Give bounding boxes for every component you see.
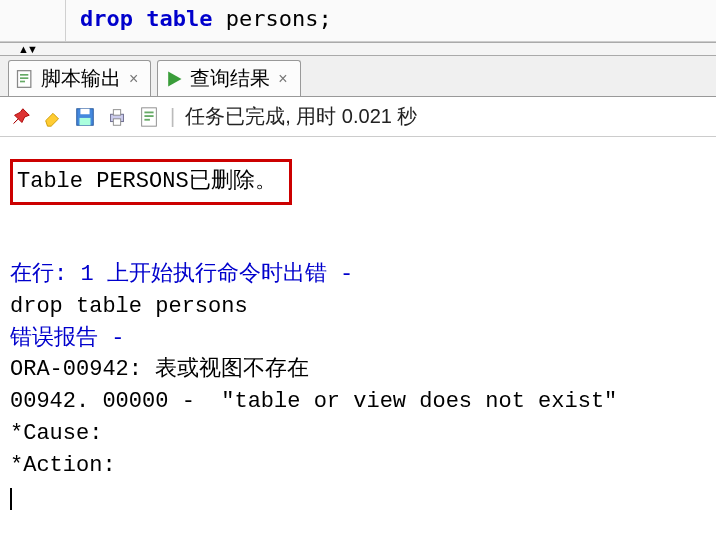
tab-label: 查询结果 — [190, 65, 270, 92]
svg-rect-10 — [113, 118, 120, 124]
text-cursor — [10, 488, 12, 510]
error-statement: drop table persons — [10, 294, 248, 319]
success-message: Table PERSONS已删除。 — [17, 169, 277, 194]
error-report-label: 错误报告 - — [10, 326, 124, 351]
print-icon[interactable] — [106, 106, 128, 128]
pin-icon[interactable] — [10, 106, 32, 128]
document-icon[interactable] — [138, 106, 160, 128]
save-icon[interactable] — [74, 106, 96, 128]
tab-label: 脚本输出 — [41, 65, 121, 92]
eraser-icon[interactable] — [42, 106, 64, 128]
output-tabs: 脚本输出 × 查询结果 × — [0, 56, 716, 97]
ora-error: ORA-00942: 表或视图不存在 — [10, 357, 309, 382]
script-output-icon — [15, 69, 35, 89]
svg-rect-9 — [113, 109, 120, 115]
tab-query-result[interactable]: 查询结果 × — [157, 60, 300, 96]
toolbar-separator: | — [170, 105, 175, 128]
error-action: *Action: — [10, 453, 116, 478]
svg-marker-4 — [169, 71, 182, 86]
sql-text: persons; — [212, 6, 331, 31]
sql-keyword-drop: drop — [80, 6, 133, 31]
close-icon[interactable]: × — [127, 70, 140, 88]
script-output-pane[interactable]: Table PERSONS已删除。 在行: 1 上开始执行命令时出错 - dro… — [0, 137, 716, 522]
sql-keyword-table: table — [146, 6, 212, 31]
play-icon — [164, 69, 184, 89]
tab-script-output[interactable]: 脚本输出 × — [8, 60, 151, 96]
error-cause: *Cause: — [10, 421, 102, 446]
sql-editor[interactable]: drop table persons; — [0, 0, 716, 42]
success-message-box: Table PERSONS已删除。 — [10, 159, 292, 205]
pane-splitter[interactable]: ▲▼ — [0, 42, 716, 56]
svg-rect-7 — [80, 117, 91, 124]
error-header: 在行: 1 上开始执行命令时出错 - — [10, 262, 353, 287]
error-code: 00942. 00000 - "table or view does not e… — [10, 389, 617, 414]
status-text: 任务已完成, 用时 0.021 秒 — [185, 103, 417, 130]
splitter-handle-icon: ▲▼ — [18, 43, 36, 55]
svg-rect-6 — [80, 108, 89, 114]
close-icon[interactable]: × — [276, 70, 289, 88]
output-toolbar: | 任务已完成, 用时 0.021 秒 — [0, 97, 716, 137]
